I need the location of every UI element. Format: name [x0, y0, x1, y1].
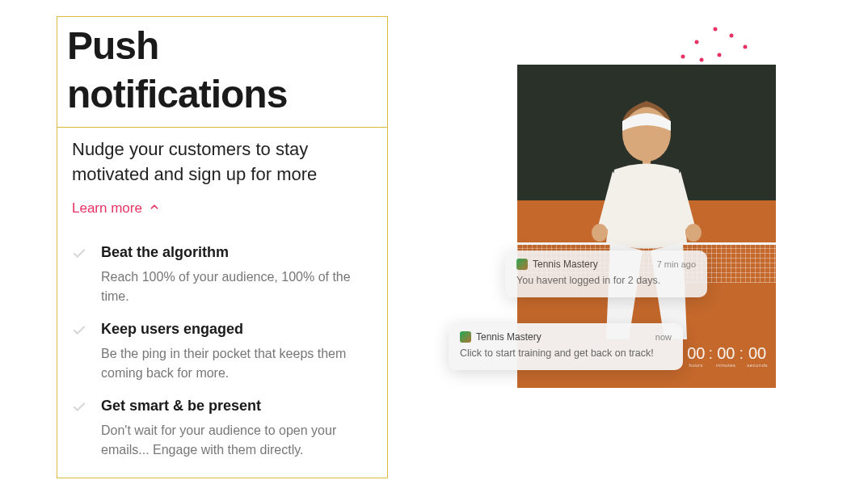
check-icon [72, 323, 86, 383]
feature-title: Beat the algorithm [101, 244, 373, 261]
svg-point-2 [695, 40, 699, 44]
notif-app-name: Tennis Mastery [533, 259, 598, 270]
page-title: Push notifications [67, 22, 377, 119]
learn-more-link[interactable]: Learn more [72, 200, 160, 217]
feature-desc: Be the ping in their pocket that keeps t… [101, 344, 373, 383]
svg-point-3 [744, 45, 748, 49]
feature-title: Keep users engaged [101, 321, 373, 338]
svg-point-1 [730, 34, 734, 38]
feature-desc: Reach 100% of your audience, 100% of the… [101, 267, 373, 306]
learn-more-label: Learn more [72, 200, 142, 217]
app-icon [460, 331, 471, 343]
check-icon [72, 246, 86, 306]
feature-title: Get smart & be present [101, 398, 373, 415]
notif-body: Click to start training and get back on … [460, 347, 672, 359]
svg-point-0 [714, 27, 718, 32]
feature-item: Keep users engaged Be the ping in their … [72, 321, 373, 383]
notification-card: Tennis Mastery 7 min ago You havent logg… [505, 250, 707, 297]
subtitle: Nudge your customers to stay motivated a… [72, 137, 373, 187]
body-box: Nudge your customers to stay motivated a… [57, 127, 388, 478]
svg-point-5 [700, 58, 704, 62]
countdown-timer: 00hours : 00minutes : 00seconds [687, 344, 768, 368]
svg-point-12 [592, 224, 608, 242]
notif-time: 7 min ago [657, 259, 696, 269]
app-icon [516, 259, 528, 270]
heading-box: Push notifications [57, 16, 388, 128]
svg-point-4 [681, 55, 685, 59]
notif-time: now [655, 332, 672, 342]
chevron-up-icon [149, 200, 160, 217]
svg-point-6 [718, 53, 722, 57]
feature-item: Beat the algorithm Reach 100% of your au… [72, 244, 373, 306]
left-column: Push notifications Nudge your customers … [57, 16, 388, 478]
check-icon [72, 400, 86, 460]
notif-body: You havent logged in for 2 days. [516, 275, 696, 286]
feature-item: Get smart & be present Don't wait for yo… [72, 398, 373, 460]
notif-app-name: Tennis Mastery [476, 331, 541, 343]
illustration-panel: 00hours : 00minutes : 00seconds Tennis M… [436, 32, 800, 453]
svg-point-13 [685, 224, 702, 242]
notification-card: Tennis Mastery now Click to start traini… [449, 323, 683, 370]
person-illustration [566, 81, 727, 356]
feature-desc: Don't wait for your audience to open you… [101, 421, 373, 460]
